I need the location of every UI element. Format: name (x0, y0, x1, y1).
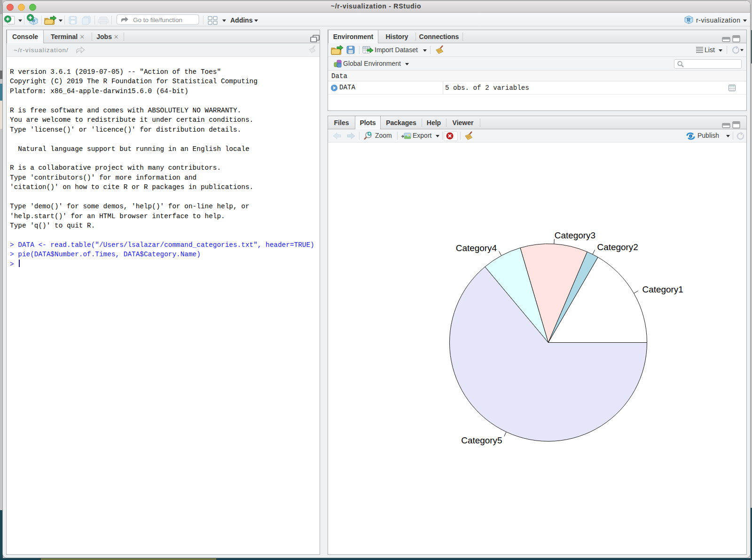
svg-text:Go to file/function: Go to file/function (133, 16, 182, 24)
svg-text:Category1: Category1 (642, 284, 683, 294)
svg-text:r-visualization: r-visualization (696, 16, 741, 24)
svg-text:Category2: Category2 (597, 242, 638, 252)
svg-text:Category5: Category5 (461, 435, 502, 445)
svg-text:Category4: Category4 (456, 243, 497, 253)
svg-text:R: R (687, 17, 691, 23)
svg-text:Addins: Addins (230, 16, 253, 24)
svg-text:Category3: Category3 (555, 230, 595, 240)
